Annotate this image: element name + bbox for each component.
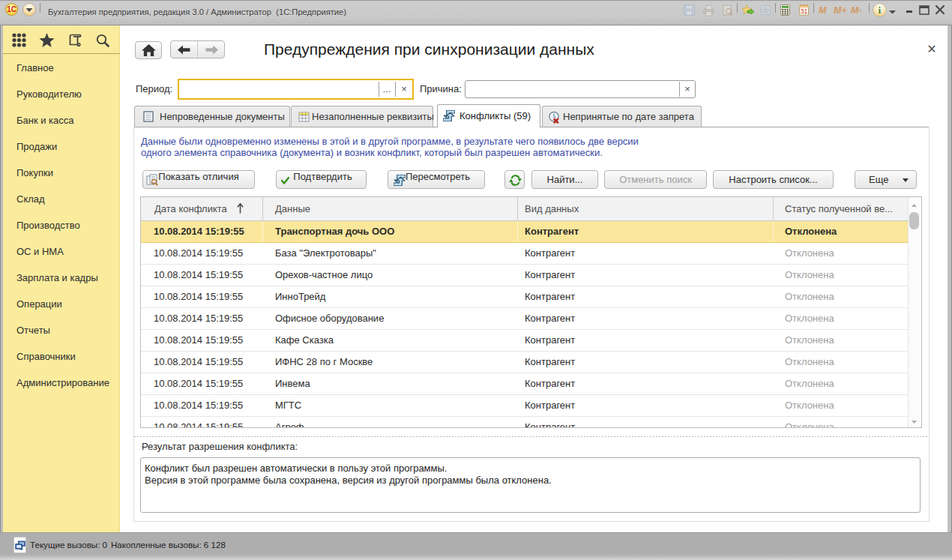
svg-text:1С: 1С <box>7 5 16 13</box>
svg-text:31: 31 <box>801 7 808 15</box>
